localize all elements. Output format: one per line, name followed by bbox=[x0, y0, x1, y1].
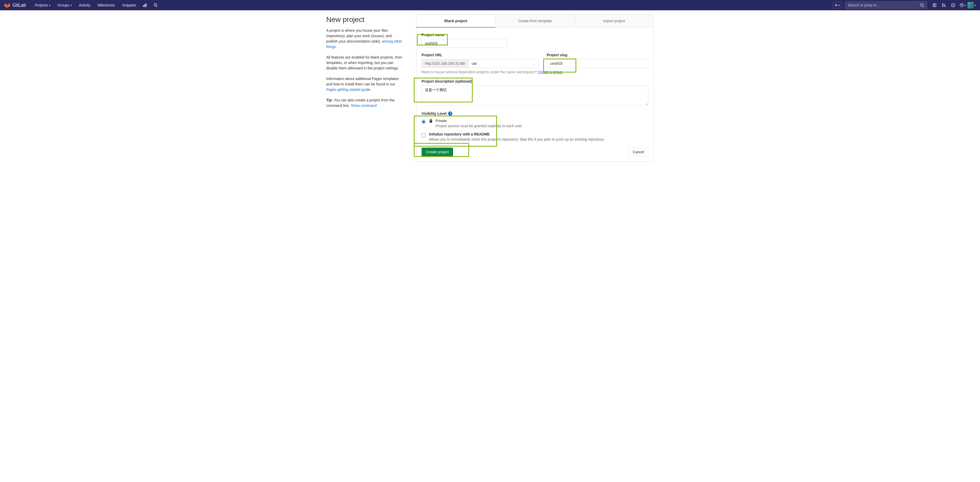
nav-activity[interactable]: Activity bbox=[76, 0, 93, 10]
svg-point-10 bbox=[944, 6, 945, 7]
nav-projects[interactable]: Projects▾ bbox=[32, 0, 53, 10]
svg-point-5 bbox=[921, 4, 923, 6]
form-panel: Project name Project URL http://192.168.… bbox=[416, 28, 654, 162]
nav-groups[interactable]: Groups▾ bbox=[55, 0, 75, 10]
svg-rect-4 bbox=[835, 5, 837, 5]
project-desc-input[interactable]: 这是一个测试 bbox=[422, 86, 648, 106]
tab-create-from-template[interactable]: Create from template bbox=[495, 15, 574, 27]
visibility-private-radio[interactable] bbox=[422, 120, 426, 124]
top-navbar: GitLab Projects▾ Groups▾ Activity Milest… bbox=[0, 0, 980, 10]
visibility-private-desc: Project access must be granted explicitl… bbox=[436, 124, 648, 128]
sidebar: New project A project is where you house… bbox=[326, 14, 404, 162]
gitlab-logo[interactable]: GitLab bbox=[4, 2, 26, 8]
todos-icon[interactable] bbox=[949, 1, 957, 9]
user-menu[interactable]: ▾ bbox=[967, 1, 976, 9]
tab-blank-project[interactable]: Blank project bbox=[416, 15, 495, 28]
project-tabs: Blank project Create from template Impor… bbox=[416, 14, 654, 28]
project-url-label: Project URL bbox=[422, 53, 539, 57]
help-icon[interactable]: ▾ bbox=[958, 1, 967, 9]
lock-icon bbox=[429, 119, 433, 123]
tab-import-project[interactable]: Import project bbox=[575, 15, 654, 27]
merge-requests-icon[interactable] bbox=[940, 1, 948, 9]
readme-desc: Allows you to immediately clone this pro… bbox=[429, 137, 605, 141]
project-name-label: Project name bbox=[422, 33, 648, 37]
page-title: New project bbox=[326, 16, 404, 24]
svg-rect-1 bbox=[145, 4, 145, 7]
help-icon[interactable]: ? bbox=[448, 111, 452, 116]
main-content: Blank project Create from template Impor… bbox=[416, 14, 654, 162]
project-slug-label: Project slug bbox=[547, 53, 648, 57]
search-input[interactable] bbox=[848, 3, 920, 7]
svg-rect-13 bbox=[430, 121, 432, 122]
chevron-down-icon: ⌄ bbox=[532, 62, 535, 65]
initialize-readme-checkbox[interactable] bbox=[422, 133, 426, 137]
svg-rect-6 bbox=[933, 4, 934, 7]
gitlab-icon bbox=[4, 2, 10, 8]
show-command-link[interactable]: Show command bbox=[351, 103, 377, 108]
create-project-button[interactable]: Create project bbox=[422, 147, 453, 156]
namespace-select[interactable]: uat ⌄ bbox=[468, 59, 539, 68]
nav-milestones[interactable]: Milestones bbox=[95, 0, 118, 10]
namespace-hint: Want to house several dependent projects… bbox=[422, 70, 648, 74]
svg-point-8 bbox=[942, 4, 943, 5]
project-slug-input[interactable] bbox=[547, 59, 648, 68]
readme-title: Initialize repository with a README bbox=[429, 132, 605, 136]
visibility-private-title: Private bbox=[436, 119, 447, 123]
sidebar-desc-1: A project is where you house your files … bbox=[326, 28, 404, 49]
svg-rect-7 bbox=[935, 4, 936, 7]
svg-rect-2 bbox=[146, 3, 146, 7]
sidebar-tip: Tip: You can also create a project from … bbox=[326, 98, 404, 108]
issues-icon[interactable] bbox=[931, 1, 939, 9]
pages-guide-link[interactable]: Pages getting started guide bbox=[326, 87, 370, 92]
search-icon bbox=[920, 3, 924, 7]
brand-text: GitLab bbox=[13, 3, 26, 8]
sidebar-desc-3: Information about additional Pages templ… bbox=[326, 76, 404, 92]
svg-rect-0 bbox=[143, 5, 144, 7]
nav-snippets[interactable]: Snippets bbox=[119, 0, 139, 10]
project-desc-label: Project description (optional) bbox=[422, 79, 648, 83]
analytics-icon[interactable] bbox=[141, 1, 149, 9]
chevron-down-icon: ▾ bbox=[70, 4, 72, 7]
project-name-input[interactable] bbox=[422, 39, 507, 48]
chevron-down-icon: ▾ bbox=[49, 4, 50, 7]
create-group-link[interactable]: Create a group. bbox=[538, 70, 563, 74]
plus-icon[interactable]: ▾ bbox=[833, 2, 842, 8]
avatar bbox=[967, 2, 974, 8]
search-box[interactable] bbox=[845, 1, 927, 9]
svg-point-9 bbox=[942, 6, 943, 7]
cancel-button[interactable]: Cancel bbox=[628, 147, 648, 156]
visibility-label: Visibility Level bbox=[422, 111, 447, 116]
project-url-prefix: http://192.168.200.31:88/ bbox=[422, 59, 468, 68]
sidebar-desc-2: All features are enabled for blank proje… bbox=[326, 55, 404, 71]
wrench-icon[interactable] bbox=[151, 1, 159, 9]
